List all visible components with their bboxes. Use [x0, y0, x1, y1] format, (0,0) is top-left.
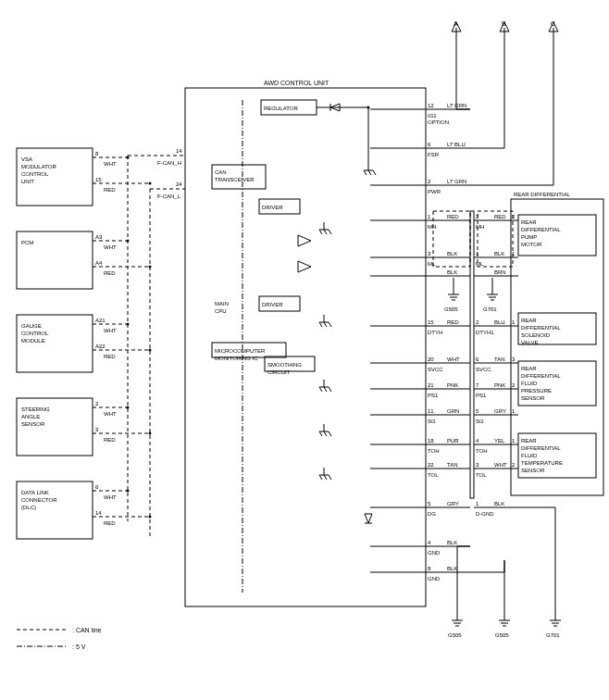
blk-mcic: MICROCOMPUTERMONITORING IC — [215, 348, 266, 361]
svg-text:DATA LINKCONNECTOR(DLC): DATA LINKCONNECTOR(DLC) — [21, 490, 57, 510]
svg-text:SVCC: SVCC — [476, 367, 491, 372]
legend: : CAN line : 5 V — [17, 627, 102, 650]
svg-text:IG1OPTION: IG1OPTION — [428, 113, 449, 125]
svg-text:PS1: PS1 — [428, 393, 439, 398]
svg-text:15: 15 — [428, 319, 434, 325]
blk-driver-2: DRIVER — [262, 302, 283, 307]
svg-text:TAN: TAN — [447, 462, 458, 468]
svg-text:1: 1 — [476, 501, 479, 506]
svg-text:RED: RED — [104, 187, 116, 193]
svg-text:: CAN line: : CAN line — [72, 627, 102, 633]
blk-regulator: REGULATOR — [264, 106, 298, 111]
svg-text:3: 3 — [476, 462, 479, 468]
svg-text:F-CAN_H: F-CAN_H — [157, 160, 181, 166]
svg-text:BLK: BLK — [494, 251, 504, 256]
gnd-g505-a: G505 — [448, 632, 462, 638]
svg-text:8: 8 — [428, 566, 431, 571]
svg-text:WHT: WHT — [104, 328, 117, 333]
svg-point-53 — [149, 266, 152, 269]
svg-text:15: 15 — [95, 177, 102, 182]
blk-can: CANTRANSCEIVER — [215, 169, 255, 182]
svg-text:BLK: BLK — [494, 501, 504, 506]
svg-text:6: 6 — [476, 356, 479, 362]
svg-text:A4: A4 — [95, 260, 103, 266]
svg-text:MH: MH — [476, 224, 484, 230]
svg-text:22: 22 — [428, 462, 434, 468]
svg-point-40 — [127, 156, 130, 159]
blk-smooth: SMOOTHINGCIRCUIT — [267, 362, 302, 375]
left-modules: 14F-CAN_H 24F-CAN_L — [128, 148, 185, 537]
gnd-g701: G701 — [546, 632, 560, 638]
svg-text:RED: RED — [447, 214, 459, 219]
svg-text:REARDIFFERENTIALFLUIDTEMPERATU: REARDIFFERENTIALFLUIDTEMPERATURESENSOR — [521, 438, 563, 473]
awd-title: AWD CONTROL UNIT — [264, 80, 329, 86]
svg-text:GND: GND — [428, 550, 441, 556]
rear-diff-title: REAR DIFFERENTIAL — [514, 192, 571, 197]
svg-text:G505: G505 — [444, 306, 458, 312]
svg-point-80 — [149, 516, 152, 519]
svg-text:2: 2 — [512, 382, 516, 388]
svg-text:RED: RED — [104, 270, 116, 276]
svg-text:1: 1 — [512, 319, 516, 325]
svg-text:WHT: WHT — [494, 462, 507, 468]
svg-text:MH: MH — [428, 224, 436, 230]
svg-text:WHT: WHT — [104, 411, 117, 417]
svg-text:A: A — [454, 20, 458, 27]
svg-text:SG: SG — [476, 419, 484, 424]
svg-text:GND: GND — [428, 576, 441, 581]
svg-text:B: B — [502, 20, 506, 27]
svg-text:RED: RED — [494, 214, 506, 219]
svg-text:GRN: GRN — [447, 408, 459, 414]
svg-text:RED: RED — [104, 520, 116, 526]
offpage-c: C — [549, 20, 558, 185]
svg-text:5: 5 — [428, 501, 431, 506]
svg-text:5: 5 — [476, 408, 479, 414]
svg-text:PNK: PNK — [494, 382, 505, 388]
svg-text:REARDIFFERENTIALFLUIDPRESSURES: REARDIFFERENTIALFLUIDPRESSURESENSOR — [521, 366, 561, 401]
svg-text:RED: RED — [104, 354, 116, 359]
svg-text:TOH: TOH — [476, 448, 488, 454]
svg-text:2: 2 — [95, 401, 99, 406]
svg-text:A22: A22 — [95, 344, 106, 349]
blk-driver-1: DRIVER — [262, 205, 283, 210]
svg-text:G701: G701 — [483, 306, 497, 312]
svg-text:YEL: YEL — [494, 438, 505, 444]
svg-text:6: 6 — [95, 484, 99, 490]
svg-text:2: 2 — [428, 179, 431, 184]
svg-text:WHT: WHT — [104, 161, 117, 167]
svg-point-58 — [127, 323, 130, 326]
svg-text:14: 14 — [176, 148, 182, 154]
svg-text:18: 18 — [428, 438, 434, 444]
svg-text:1: 1 — [428, 214, 431, 219]
svg-text:PS1: PS1 — [476, 393, 487, 398]
svg-text:1: 1 — [512, 408, 516, 414]
gnd-g505-b: G505 — [495, 632, 509, 638]
svg-text:BLK: BLK — [447, 251, 457, 256]
svg-text:ML: ML — [476, 261, 484, 267]
svg-point-62 — [149, 349, 152, 352]
svg-text:WHT: WHT — [104, 494, 117, 500]
awd-control-unit — [185, 88, 426, 606]
svg-text:3: 3 — [512, 356, 516, 362]
svg-text:LT GRN: LT GRN — [447, 103, 466, 108]
svg-text:PUR: PUR — [447, 438, 459, 444]
svg-text:GRY: GRY — [447, 501, 459, 506]
svg-text:4: 4 — [476, 438, 479, 444]
svg-text:RED: RED — [104, 437, 116, 443]
svg-text:VSAMODULATORCONTROLUNIT: VSAMODULATORCONTROLUNIT — [21, 156, 56, 184]
svg-text:FSR: FSR — [428, 152, 440, 157]
svg-text:PNK: PNK — [447, 382, 458, 388]
svg-rect-216 — [470, 211, 474, 498]
svg-text:20: 20 — [428, 356, 434, 362]
svg-text:: 5 V: : 5 V — [72, 644, 86, 650]
svg-text:DTYH: DTYH — [428, 330, 442, 335]
blk-cpu: MAINCPU — [215, 301, 229, 314]
svg-text:3: 3 — [428, 251, 431, 256]
svg-text:A21: A21 — [95, 318, 106, 323]
offpage-b: B — [500, 20, 509, 148]
svg-text:BRN: BRN — [494, 269, 506, 275]
svg-text:11: 11 — [428, 408, 434, 414]
svg-text:A3: A3 — [95, 234, 103, 240]
svg-text:STEERINGANGLESENSOR: STEERINGANGLESENSOR — [21, 406, 50, 427]
svg-rect-210 — [433, 211, 470, 267]
